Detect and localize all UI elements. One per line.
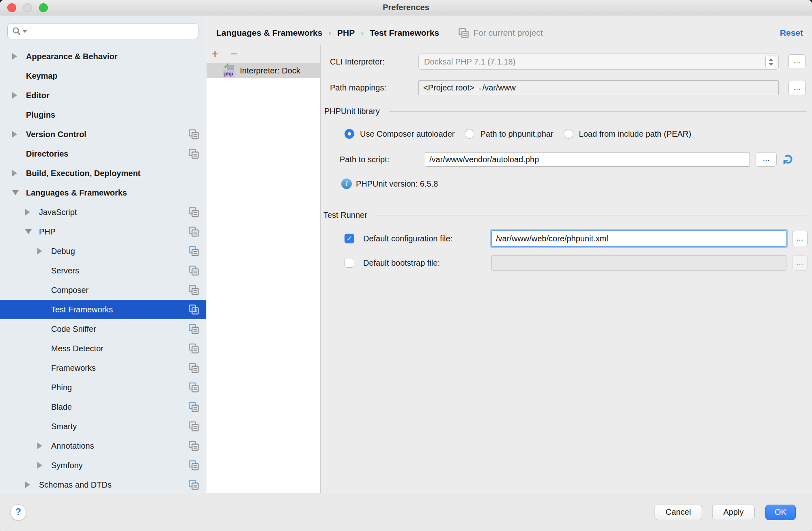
cli-interpreter-combobox[interactable]: Docksal PHP 7.1 (7.1.18)	[418, 54, 779, 70]
interpreter-list-item[interactable]: ✓ php Interpreter: Dock	[207, 63, 320, 78]
sidebar-item-composer[interactable]: Composer	[0, 280, 206, 300]
search-input[interactable]	[30, 27, 194, 36]
interpreter-list-panel: + − ✓ php Interpreter: Dock	[207, 45, 321, 493]
chevron-right-icon[interactable]	[37, 462, 42, 469]
sidebar-item-keymap[interactable]: Keymap	[0, 66, 206, 86]
chevron-right-icon[interactable]	[25, 482, 30, 488]
info-icon: i	[341, 178, 352, 189]
sidebar-item-label: Blade	[51, 402, 72, 412]
radio-button[interactable]	[465, 129, 474, 139]
sidebar-item-label: Version Control	[26, 130, 86, 139]
sidebar-item-label: PHP	[39, 227, 56, 236]
sidebar-item-label: Mess Detector	[51, 344, 103, 353]
chevron-right-icon[interactable]	[37, 248, 42, 254]
sidebar-item-languages-frameworks[interactable]: Languages & Frameworks	[0, 183, 206, 202]
radio-button[interactable]	[345, 129, 354, 139]
sidebar-item-servers[interactable]: Servers	[0, 261, 206, 280]
sidebar-item-php[interactable]: PHP	[0, 222, 206, 241]
sidebar-item-frameworks[interactable]: Frameworks	[0, 358, 206, 378]
sidebar-item-label: Smarty	[51, 422, 77, 431]
apply-button[interactable]: Apply	[712, 505, 755, 520]
chevron-right-icon[interactable]	[12, 131, 17, 138]
radio-label: Load from include path (PEAR)	[579, 129, 691, 139]
sidebar-item-annotations[interactable]: Annotations	[0, 436, 206, 456]
shared-settings-icon	[188, 363, 199, 374]
chevron-right-icon[interactable]	[12, 170, 17, 176]
radio-option-path-to-phpunit-phar[interactable]: Path to phpunit.phar	[465, 129, 553, 139]
radio-option-load-from-include-path-pear[interactable]: Load from include path (PEAR)	[564, 129, 691, 139]
sidebar-item-blade[interactable]: Blade	[0, 397, 206, 417]
content-header: Languages & Frameworks › PHP › Test Fram…	[207, 15, 812, 45]
default-bootstrap-input	[491, 255, 786, 271]
path-to-script-input[interactable]	[425, 152, 750, 167]
sidebar-item-label: Frameworks	[51, 363, 96, 373]
sidebar-item-code-sniffer[interactable]: Code Sniffer	[0, 319, 206, 339]
sidebar-item-label: Symfony	[51, 461, 83, 470]
help-button[interactable]: ?	[10, 504, 26, 520]
sidebar-item-smarty[interactable]: Smarty	[0, 417, 206, 436]
sidebar-item-symfony[interactable]: Symfony	[0, 456, 206, 475]
chevron-right-icon[interactable]	[12, 92, 17, 99]
phpunit-library-section-title: PHPUnit library	[324, 107, 380, 116]
sidebar-item-javascript[interactable]: JavaScript	[0, 202, 206, 222]
default-bootstrap-checkbox[interactable]	[345, 258, 354, 268]
chevron-right-icon[interactable]	[25, 209, 30, 215]
path-mappings-field[interactable]: <Project root>→/var/www	[418, 80, 779, 95]
phpunit-library-radio-group: Use Composer autoloaderPath to phpunit.p…	[345, 128, 812, 140]
scope-indicator: For current project	[458, 28, 543, 39]
remove-interpreter-button[interactable]: −	[230, 48, 238, 60]
breadcrumb-segment-test-frameworks[interactable]: Test Frameworks	[370, 28, 439, 38]
default-configuration-checkbox[interactable]: ✓	[345, 234, 354, 243]
reset-link[interactable]: Reset	[780, 28, 803, 38]
cancel-button[interactable]: Cancel	[655, 505, 702, 520]
sidebar-item-phing[interactable]: Phing	[0, 378, 206, 397]
radio-button[interactable]	[564, 129, 573, 139]
sidebar-item-build-execution-deployment[interactable]: Build, Execution, Deployment	[0, 163, 206, 183]
sidebar-item-label: JavaScript	[39, 208, 77, 217]
shared-settings-icon	[188, 285, 199, 296]
path-mappings-browse-button[interactable]: ...	[788, 81, 806, 95]
sidebar-item-schemas-and-dtds[interactable]: Schemas and DTDs	[0, 475, 206, 493]
combobox-stepper-icon[interactable]	[765, 56, 776, 68]
chevron-right-icon[interactable]	[37, 443, 42, 449]
sidebar-item-appearance-behavior[interactable]: Appearance & Behavior	[0, 47, 206, 66]
shared-settings-icon	[188, 441, 199, 451]
default-configuration-browse-button[interactable]: ...	[792, 231, 808, 246]
breadcrumb-separator: ›	[328, 28, 331, 38]
test-runner-section-title: Test Runner	[323, 211, 367, 220]
interpreter-toolbar: + −	[207, 45, 320, 63]
sidebar-item-label: Composer	[51, 286, 88, 295]
sidebar-item-test-frameworks[interactable]: Test Frameworks	[0, 300, 206, 319]
radio-option-use-composer-autoloader[interactable]: Use Composer autoloader	[345, 129, 454, 139]
cli-interpreter-browse-button[interactable]: ...	[788, 54, 806, 69]
shared-settings-icon	[188, 479, 199, 490]
breadcrumb-segment-languages-frameworks[interactable]: Languages & Frameworks	[216, 28, 322, 38]
phpunit-version-text: PHPUnit version: 6.5.8	[356, 179, 438, 189]
window-title: Preferences	[0, 3, 812, 12]
add-interpreter-button[interactable]: +	[211, 48, 219, 60]
search-options-icon[interactable]	[22, 30, 27, 33]
sidebar-item-editor[interactable]: Editor	[0, 86, 206, 105]
reload-phpunit-icon[interactable]: ↻	[782, 153, 794, 166]
chevron-down-icon[interactable]	[25, 229, 32, 234]
breadcrumb-segment-php[interactable]: PHP	[337, 28, 355, 38]
sidebar-item-plugins[interactable]: Plugins	[0, 105, 206, 125]
shared-settings-icon	[188, 382, 199, 393]
chevron-down-icon[interactable]	[12, 190, 19, 195]
sidebar-item-debug[interactable]: Debug	[0, 241, 206, 261]
sidebar-item-version-control[interactable]: Version Control	[0, 125, 206, 144]
sidebar-item-label: Annotations	[51, 441, 94, 451]
sidebar-item-label: Keymap	[26, 71, 58, 81]
path-to-script-browse-button[interactable]: ...	[756, 152, 777, 167]
sidebar-item-label: Directories	[26, 149, 69, 159]
radio-label: Use Composer autoloader	[360, 129, 454, 139]
chevron-right-icon[interactable]	[12, 53, 17, 60]
settings-search[interactable]	[7, 23, 198, 39]
section-divider	[389, 111, 807, 112]
sidebar-item-directories[interactable]: Directories	[0, 144, 206, 163]
default-configuration-label: Default configuration file:	[363, 234, 491, 243]
ok-button[interactable]: OK	[765, 505, 796, 520]
php-interpreter-icon: ✓ php	[223, 64, 237, 77]
default-configuration-input[interactable]	[491, 230, 786, 247]
sidebar-item-mess-detector[interactable]: Mess Detector	[0, 339, 206, 358]
